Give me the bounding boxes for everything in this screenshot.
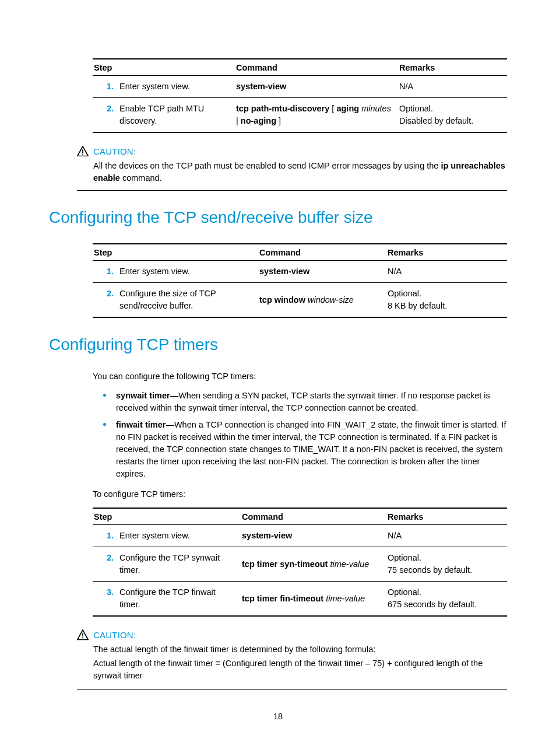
- step-number: 1.: [93, 525, 118, 547]
- caution-block: CAUTION: The actual length of the finwai…: [77, 629, 507, 690]
- step-command: tcp timer syn-timeout time-value: [241, 547, 386, 582]
- step-desc: Enter system view.: [118, 525, 241, 547]
- step-desc: Configure the size of TCP send/receive b…: [118, 283, 258, 318]
- table-row: 1. Enter system view. system-view N/A: [93, 261, 507, 283]
- step-number: 2.: [93, 98, 118, 133]
- table-row: 1. Enter system view. system-view N/A: [93, 525, 507, 547]
- timers-text: You can configure the following TCP time…: [93, 370, 507, 617]
- step-desc: Enter system view.: [118, 261, 258, 283]
- warning-triangle-icon: [77, 146, 89, 156]
- table-header-row: Step Command Remarks: [93, 59, 507, 76]
- step-command: system-view: [235, 76, 398, 98]
- table-row: 3. Configure the TCP finwait timer. tcp …: [93, 582, 507, 617]
- caution-head: CAUTION:: [77, 146, 507, 156]
- warning-triangle-icon: [77, 629, 89, 640]
- table-row: 2. Configure the TCP synwait timer. tcp …: [93, 547, 507, 582]
- timers-toconfigure: To configure TCP timers:: [93, 488, 507, 501]
- timers-intro: You can configure the following TCP time…: [93, 370, 507, 383]
- svg-rect-1: [82, 153, 83, 155]
- step-command: tcp path-mtu-discovery [ aging minutes |…: [235, 98, 398, 133]
- th-step: Step: [93, 244, 258, 261]
- th-command: Command: [258, 244, 386, 261]
- step-remarks: N/A: [398, 76, 507, 98]
- th-step: Step: [93, 59, 235, 76]
- caution-body: The actual length of the finwait timer i…: [93, 643, 507, 682]
- th-step: Step: [93, 508, 241, 525]
- step-desc: Configure the TCP synwait timer.: [118, 547, 241, 582]
- caution-line1: The actual length of the finwait timer i…: [93, 643, 507, 656]
- svg-rect-0: [82, 149, 83, 153]
- step-command: system-view: [258, 261, 386, 283]
- th-remarks: Remarks: [386, 244, 507, 261]
- step-remarks: Optional. 75 seconds by default.: [386, 547, 507, 582]
- step-desc: Enable TCP path MTU discovery.: [118, 98, 235, 133]
- timers-bullets: synwait timer—When sending a SYN packet,…: [93, 390, 507, 480]
- table-row: 2. Configure the size of TCP send/receiv…: [93, 283, 507, 318]
- table-mtu-block: Step Command Remarks 1. Enter system vie…: [93, 58, 507, 133]
- table-row: 1. Enter system view. system-view N/A: [93, 76, 507, 98]
- table-buffer: Step Command Remarks 1. Enter system vie…: [93, 243, 507, 318]
- table-mtu: Step Command Remarks 1. Enter system vie…: [93, 58, 507, 133]
- caution-body: All the devices on the TCP path must be …: [93, 160, 507, 184]
- step-number: 1.: [93, 76, 118, 98]
- section-title-buffer: Configuring the TCP send/receive buffer …: [49, 208, 507, 227]
- th-command: Command: [235, 59, 398, 76]
- table-row: 2. Enable TCP path MTU discovery. tcp pa…: [93, 98, 507, 133]
- th-remarks: Remarks: [386, 508, 507, 525]
- svg-rect-2: [82, 634, 83, 637]
- table-buffer-block: Step Command Remarks 1. Enter system vie…: [93, 243, 507, 318]
- step-command: tcp timer fin-timeout time-value: [241, 582, 386, 617]
- step-desc: Enter system view.: [118, 76, 235, 98]
- caution-line2: Actual length of the finwait timer = (Co…: [93, 657, 507, 682]
- step-remarks: Optional. 8 KB by default.: [386, 283, 507, 318]
- step-number: 2.: [93, 547, 118, 582]
- table-timers: Step Command Remarks 1. Enter system vie…: [93, 508, 507, 617]
- step-number: 1.: [93, 261, 118, 283]
- table-header-row: Step Command Remarks: [93, 508, 507, 525]
- step-remarks: N/A: [386, 261, 507, 283]
- th-command: Command: [241, 508, 386, 525]
- step-command: tcp window window-size: [258, 283, 386, 318]
- step-command: system-view: [241, 525, 386, 547]
- section-title-timers: Configuring TCP timers: [49, 335, 507, 354]
- table-header-row: Step Command Remarks: [93, 244, 507, 261]
- step-number: 2.: [93, 283, 118, 318]
- step-remarks: Optional. Disabled by default.: [398, 98, 507, 133]
- step-number: 3.: [93, 582, 118, 617]
- th-remarks: Remarks: [398, 59, 507, 76]
- step-remarks: Optional. 675 seconds by default.: [386, 582, 507, 617]
- caution-label: CAUTION:: [93, 630, 136, 640]
- page: Step Command Remarks 1. Enter system vie…: [0, 0, 556, 756]
- step-remarks: N/A: [386, 525, 507, 547]
- caution-block: CAUTION: All the devices on the TCP path…: [77, 146, 507, 191]
- caution-head: CAUTION:: [77, 629, 507, 640]
- page-number: 18: [0, 712, 556, 721]
- caution-label: CAUTION:: [93, 146, 136, 156]
- svg-rect-3: [82, 638, 83, 639]
- list-item: synwait timer—When sending a SYN packet,…: [93, 390, 507, 414]
- list-item: finwait timer—When a TCP connection is c…: [93, 419, 507, 480]
- step-desc: Configure the TCP finwait timer.: [118, 582, 241, 617]
